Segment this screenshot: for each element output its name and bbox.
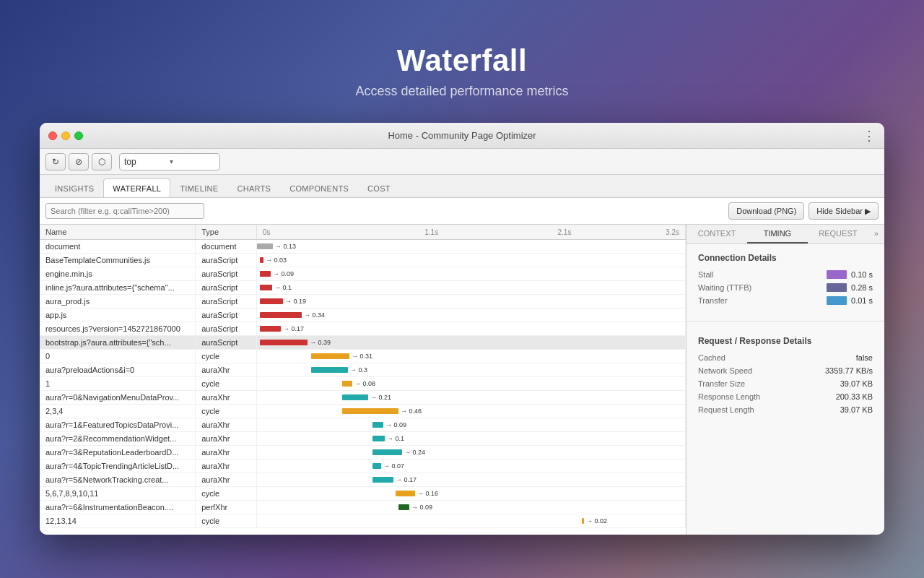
stall-color-swatch (827, 270, 847, 279)
cell-timeline: → 0.16 (257, 487, 686, 501)
col-header-timeline: 0s 1.1s 2.1s 3.2s (257, 225, 686, 240)
timeline-label: → 0.19 (285, 298, 306, 305)
cell-name: inline.js?aura.attributes={"schema"... (40, 281, 196, 295)
table-row[interactable]: aura?r=4&TopicTrendingArticleListD...aur… (40, 460, 686, 473)
cell-timeline: → 0.09 (257, 501, 686, 514)
timeline-label: → 0.46 (401, 407, 422, 415)
cell-name: aura?r=4&TopicTrendingArticleListD... (40, 460, 196, 473)
timeline-label: → 0.16 (417, 490, 438, 497)
table-row[interactable]: 2,3,4cycle→ 0.46 (40, 405, 686, 418)
cell-type: cycle (196, 350, 257, 363)
sidebar-tab-timing[interactable]: TIMING (747, 225, 808, 243)
table-row[interactable]: aura?r=0&NavigationMenuDataProv...auraXh… (40, 391, 686, 405)
timeline-label: → 0.08 (354, 380, 375, 387)
page-selector[interactable]: top ▾ (119, 153, 220, 171)
cell-timeline: → 0.34 (257, 309, 686, 322)
cell-timeline: → 0.1 (257, 281, 686, 295)
timeline-bar (398, 504, 409, 510)
connection-details-title: Connection Details (698, 253, 873, 263)
app-window: Home - Community Page Optimizer ⋮ ↻ ⊘ ⬡ … (40, 123, 884, 535)
cached-label: Cached (698, 353, 725, 362)
timeline-label: → 0.09 (385, 421, 406, 428)
table-row[interactable]: aura?r=6&InstrumentationBeacon....perfXh… (40, 501, 686, 514)
minimize-button[interactable] (61, 131, 70, 140)
cell-name: 1 (40, 377, 196, 391)
timeline-bar (372, 436, 385, 441)
timeline-label: → 0.09 (273, 270, 294, 277)
titlebar-menu-icon[interactable]: ⋮ (863, 128, 876, 144)
table-row[interactable]: inline.js?aura.attributes={"schema"...au… (40, 281, 686, 295)
cell-name: app.js (40, 309, 196, 322)
table-row[interactable]: engine.min.jsauraScript→ 0.09 (40, 267, 686, 281)
cell-timeline: → 0.07 (257, 460, 686, 473)
table-row[interactable]: aura?r=2&RecommendationWidget...auraXhr→… (40, 432, 686, 446)
hero-subtitle: Access detailed performance metrics (0, 84, 924, 99)
cell-name: BaseTemplateCommunities.js (40, 254, 196, 267)
timeline-label: → 0.21 (370, 394, 391, 401)
cell-type: auraScript (196, 281, 257, 295)
table-row[interactable]: BaseTemplateCommunities.jsauraScript→ 0.… (40, 254, 686, 267)
tab-charts[interactable]: CHARTS (227, 178, 280, 197)
cell-name: aura?r=2&RecommendationWidget... (40, 432, 196, 446)
table-row[interactable]: aura?r=3&ReputationLeaderboardD...auraXh… (40, 446, 686, 460)
timeline-label: → 0.3 (350, 366, 367, 374)
cell-name: aura?r=0&NavigationMenuDataProv... (40, 391, 196, 405)
table-row[interactable]: bootstrap.js?aura.attributes={"sch...aur… (40, 336, 686, 350)
table-row[interactable]: aura?r=1&FeaturedTopicsDataProvi...auraX… (40, 418, 686, 432)
tab-insights[interactable]: INSIGHTS (45, 178, 103, 197)
maximize-button[interactable] (74, 131, 83, 140)
table-row[interactable]: documentdocument→ 0.13 (40, 240, 686, 254)
table-row[interactable]: resources.js?version=1452721867000auraSc… (40, 322, 686, 336)
stop-button[interactable]: ⊘ (69, 153, 89, 171)
response-details-title: Request / Response Details (698, 336, 873, 346)
cell-type: auraScript (196, 322, 257, 336)
timeline-bar (260, 312, 302, 318)
tab-cost[interactable]: COST (358, 178, 400, 197)
timeline-bar (311, 367, 348, 373)
table-row[interactable]: aura?preloadActions&i=0auraXhr→ 0.3 (40, 363, 686, 377)
cell-type: auraXhr (196, 432, 257, 446)
search-input[interactable] (45, 203, 204, 219)
sidebar-next-icon[interactable]: » (868, 225, 884, 243)
tab-waterfall[interactable]: WATERFALL (103, 178, 170, 197)
timeline-bar (260, 298, 283, 304)
table-row[interactable]: aura_prod.jsauraScript→ 0.19 (40, 295, 686, 309)
timeline-bar (372, 463, 381, 469)
cell-timeline: → 0.21 (257, 391, 686, 405)
table-row[interactable]: 5,6,7,8,9,10,11cycle→ 0.16 (40, 487, 686, 501)
tab-components[interactable]: COMPONENTS (280, 178, 358, 197)
hide-sidebar-button[interactable]: Hide Sidebar ▶ (808, 202, 879, 220)
cell-name: bootstrap.js?aura.attributes={"sch... (40, 336, 196, 350)
cell-timeline: → 0.39 (257, 336, 686, 350)
download-button[interactable]: Download (PNG) (728, 202, 804, 220)
waterfall-table: Name Type 0s 1.1s 2.1s 3.2s doc (40, 225, 686, 528)
cell-name: document (40, 240, 196, 254)
open-button[interactable]: ⬡ (92, 153, 112, 171)
table-row[interactable]: 12,13,14cycle→ 0.02 (40, 514, 686, 528)
cell-name: aura?preloadActions&i=0 (40, 363, 196, 377)
sidebar-tab-context[interactable]: CONTEXT (687, 225, 747, 243)
request-length-label: Request Length (698, 405, 754, 414)
timeline-bar (260, 257, 263, 263)
timeline-label: → 0.13 (275, 243, 296, 250)
table-row[interactable]: app.jsauraScript→ 0.34 (40, 309, 686, 322)
ttfb-value-group: 0.28 s (827, 283, 873, 292)
chevron-down-icon: ▾ (170, 158, 215, 165)
cell-timeline: → 0.08 (257, 377, 686, 391)
refresh-button[interactable]: ↻ (45, 153, 66, 171)
transfer-value: 0.01 s (851, 296, 873, 305)
transfer-value-group: 0.01 s (827, 296, 873, 305)
table-row[interactable]: 1cycle→ 0.08 (40, 377, 686, 391)
sidebar-tab-request[interactable]: REQUEST (808, 225, 868, 243)
table-row[interactable]: aura?r=5&NetworkTracking.creat...auraXhr… (40, 473, 686, 487)
timeline-label: → 0.24 (404, 449, 425, 456)
close-button[interactable] (48, 131, 57, 140)
cell-type: cycle (196, 405, 257, 418)
timeline-bar (260, 326, 281, 332)
response-length-value: 200.33 KB (836, 392, 873, 401)
table-row[interactable]: 0cycle→ 0.31 (40, 350, 686, 363)
cell-timeline: → 0.09 (257, 267, 686, 281)
tab-timeline[interactable]: TIMELINE (170, 178, 227, 197)
hero-title: Waterfall (0, 43, 924, 78)
toolbar: ↻ ⊘ ⬡ top ▾ (40, 149, 884, 175)
